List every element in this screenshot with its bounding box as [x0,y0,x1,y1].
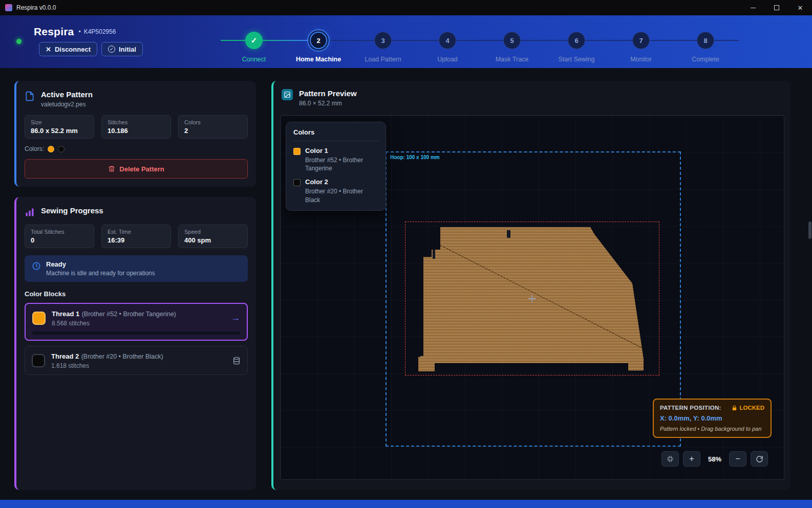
fit-view-button[interactable] [661,451,679,467]
color-1-swatch [293,148,301,155]
workflow-stepper: ✓ Connect 2 Home Machine 3 Load Pattern … [221,32,739,49]
thread-2-swatch [32,354,45,367]
color-item-2[interactable]: Color 2 Brother #20 • Brother Black [293,178,378,204]
color-item-1[interactable]: Color 1 Brother #52 • Brother Tangerine [293,147,378,172]
left-column: Active Pattern valetudogv2.pes Size 86.0… [14,81,256,490]
sewing-stats: Total Stitches 0 Est. Time 16:39 Speed 4… [25,225,248,248]
close-icon: ✕ [798,4,803,12]
x-icon: ✕ [46,46,51,53]
pattern-position-box: PATTERN POSITION: LOCKED X: 0.0mm, Y: 0.… [653,399,772,438]
sewing-progress-header: Sewing Progress [25,206,248,217]
connection-status-dot [16,39,22,44]
plus-icon: + [689,454,694,463]
main-content: Active Pattern valetudogv2.pes Size 86.0… [0,68,812,500]
stepper-connector [650,40,697,41]
zoom-out-button[interactable]: − [729,451,746,467]
clock-icon [32,261,41,271]
initial-button[interactable]: ✓ Initial [101,42,143,56]
step-load-pattern[interactable]: 3 Load Pattern [374,32,392,49]
fit-icon [667,455,674,462]
step-circle: 6 [568,32,585,49]
step-circle: ✓ [245,32,263,49]
step-start-sewing[interactable]: 6 Start Sewing [568,32,585,49]
preview-canvas[interactable]: Colors Color 1 Brother #52 • Brother Tan… [280,115,784,480]
stepper-connector [521,40,568,41]
stepper-connector [714,40,739,41]
stitch-gap [433,250,435,259]
pattern-colors-row: Colors: [25,145,248,152]
step-upload[interactable]: 4 Upload [439,32,456,49]
stepper-connector [456,40,503,41]
bullet-icon: • [78,28,80,35]
titlebar: Respira v0.0.0 ✕ [0,0,812,15]
arrow-right-icon: → [231,313,240,323]
window-title: Respira v0.0.0 [16,4,56,11]
maximize-icon [774,5,779,10]
app-name: Respira [34,26,74,38]
locked-badge: LOCKED [732,405,764,411]
preview-header: Pattern Preview 86.0 × 52.2 mm [282,89,782,107]
pattern-preview-card: Pattern Preview 86.0 × 52.2 mm Colors Co… [271,81,790,490]
step-monitor[interactable]: 7 Monitor [632,32,650,49]
zoom-in-button[interactable]: + [683,451,700,467]
scrollbar[interactable] [808,68,812,500]
position-hint: Pattern locked • Drag background to pan [660,426,764,432]
color-blocks-label: Color Blocks [25,290,248,298]
app-header: Respira • K4P502956 ✕ Disconnect ✓ Initi… [0,15,812,68]
minimize-icon [751,8,756,8]
stat-speed: Speed 400 spm [178,225,248,248]
file-icon [25,91,35,101]
step-home-machine[interactable]: 2 Home Machine [310,32,327,49]
lock-icon [732,405,737,411]
stepper-connector [585,40,632,41]
stat-stitches: Stitches 10.186 [101,115,171,139]
thread-block-1[interactable]: Thread 1 (Brother #52 • Brother Tangerin… [25,303,248,341]
titlebar-left: Respira v0.0.0 [0,4,56,11]
refresh-icon [756,455,763,463]
step-complete[interactable]: 8 Complete [697,32,714,49]
stat-size: Size 86.0 x 52.2 mm [25,115,94,139]
step-mask-trace[interactable]: 5 Mask Trace [503,32,521,49]
app-icon [5,4,12,11]
color-swatch-2 [58,146,65,152]
minimize-button[interactable] [741,0,765,15]
position-coords: X: 0.0mm, Y: 0.0mm [660,414,764,422]
maximize-button[interactable] [765,0,788,15]
check-circle-icon: ✓ [108,46,115,53]
stepper-connector [263,40,310,41]
step-circle: 7 [632,32,650,49]
step-circle: 4 [439,32,456,49]
step-circle: 8 [697,32,714,49]
active-pattern-header: Active Pattern valetudogv2.pes [25,90,248,108]
pattern-filename: valetudogv2.pes [41,101,93,108]
zoom-level: 58% [704,455,725,463]
thread-block-2[interactable]: Thread 2 (Brother #20 • Brother Black) 1… [25,346,248,375]
preview-dimensions: 86.0 × 52.2 mm [299,100,357,107]
pattern-stats: Size 86.0 x 52.2 mm Stitches 10.186 Colo… [25,115,248,139]
stitch-gap [507,230,510,238]
machine-serial: • K4P502956 [78,28,116,35]
zoom-controls: + 58% − [661,451,768,467]
scrollbar-thumb[interactable] [808,222,811,239]
step-connect[interactable]: ✓ Connect [245,32,263,49]
hoop-label: Hoop: 100 x 100 mm [390,154,440,160]
colors-panel: Colors Color 1 Brother #52 • Brother Tan… [286,122,386,211]
minus-icon: − [735,454,740,463]
close-button[interactable]: ✕ [788,0,812,15]
window-controls: ✕ [741,0,812,15]
stat-colors: Colors 2 [178,115,248,139]
center-crosshair [528,295,536,302]
disconnect-button[interactable]: ✕ Disconnect [39,42,97,56]
active-pattern-card: Active Pattern valetudogv2.pes Size 86.0… [14,81,256,187]
delete-pattern-button[interactable]: Delete Pattern [25,159,248,179]
step-circle: 5 [503,32,521,49]
status-title: Ready [46,260,155,268]
position-title: PATTERN POSITION: [660,405,721,411]
sewing-progress-card: Sewing Progress Total Stitches 0 Est. Ti… [14,197,256,490]
reset-view-button[interactable] [751,451,768,467]
color-2-swatch [293,179,301,186]
trash-icon [108,165,115,172]
color-swatch-1 [48,146,54,152]
bar-chart-icon [25,207,35,217]
colors-panel-title: Colors [293,128,378,141]
